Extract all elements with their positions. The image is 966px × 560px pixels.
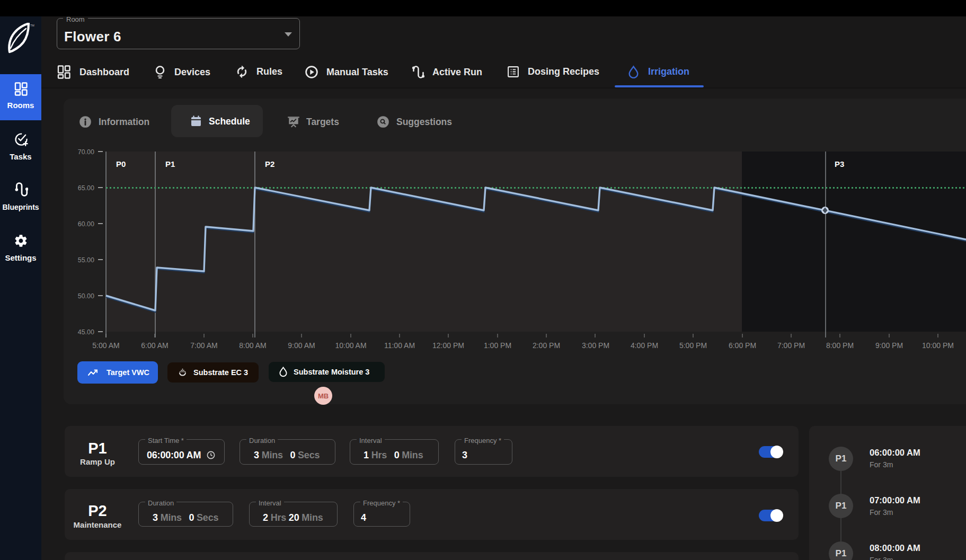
svg-text:TM: TM: [30, 24, 34, 27]
